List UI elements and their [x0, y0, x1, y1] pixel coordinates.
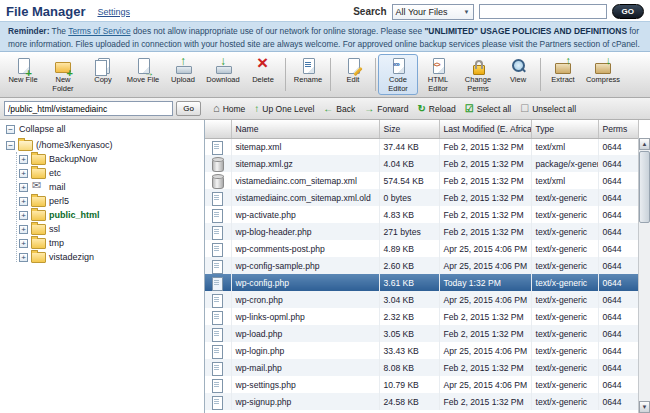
terms-of-service-link[interactable]: Terms of Service — [68, 26, 130, 36]
file-row-wp-load.php[interactable]: wp-load.php3.05 KBFeb 2, 2015 1:32 PMtex… — [205, 325, 638, 342]
tree-item-backupnow[interactable]: +BackupNow — [6, 152, 202, 166]
cell-type: text/x-generic — [531, 274, 598, 291]
tree-item-public-html[interactable]: +public_html — [6, 208, 202, 222]
file-row-vistamediainc.com_sitemap.xml.old[interactable]: vistamediainc.com_sitemap.xml.old0 bytes… — [205, 189, 638, 206]
file-row-wp-cron.php[interactable]: wp-cron.php3.04 KBApr 25, 2015 4:06 PMte… — [205, 291, 638, 308]
toolbar-button-change-perms[interactable]: Change Perms — [458, 54, 498, 95]
search-input[interactable] — [479, 4, 607, 19]
file-row-wp-mail.php[interactable]: wp-mail.php8.08 KBFeb 2, 2015 1:32 PMtex… — [205, 359, 638, 376]
back-icon: ← — [323, 104, 333, 114]
cell-name: wp-login.php — [231, 342, 379, 359]
toolbar-button-code-editor[interactable]: Code Editor — [378, 54, 418, 95]
toolbar-button-download[interactable]: Download — [203, 54, 243, 95]
file-row-sitemap.xml[interactable]: sitemap.xml37.44 KBFeb 2, 2015 1:32 PMte… — [205, 138, 638, 155]
tree-item-root[interactable]: −(/home3/kenyasoc) — [6, 138, 202, 152]
cell-size: 271 bytes — [379, 223, 439, 240]
search-go-button[interactable]: GO — [612, 4, 644, 19]
vertical-scrollbar[interactable]: ▲ ▼ — [638, 138, 650, 413]
path-nav: ⌂Home↑Up One Level←Back→Forward↻Reload☑S… — [205, 103, 650, 114]
tree-item-ssl[interactable]: +ssl — [6, 222, 202, 236]
toolbar-button-rename[interactable]: Rename — [288, 54, 328, 95]
toolbar-button-html-editor[interactable]: HTML Editor — [418, 54, 458, 95]
expander-icon[interactable]: + — [19, 197, 28, 206]
file-icon — [211, 208, 224, 222]
column-header-last[interactable]: Last Modified (E. Africa S... — [439, 120, 531, 138]
collapse-all-button[interactable]: − Collapse all — [6, 124, 202, 134]
tree-item-vistadezign[interactable]: +vistadezign — [6, 250, 202, 264]
expander-icon[interactable]: + — [19, 155, 28, 164]
scrollbar-thumb[interactable] — [639, 151, 650, 223]
nav-up-one-level[interactable]: ↑Up One Level — [254, 104, 314, 114]
column-header-type[interactable]: Type — [531, 120, 598, 138]
search-scope-select[interactable]: All Your Files ▼ — [392, 4, 474, 20]
toolbar-button-delete[interactable]: Delete — [243, 54, 283, 95]
expander-icon[interactable]: + — [19, 225, 28, 234]
nav-select-all[interactable]: ☑Select all — [465, 104, 511, 114]
delete-icon — [253, 57, 273, 75]
html-editor-icon — [428, 57, 448, 75]
cell-type: text/x-generic — [531, 189, 598, 206]
file-row-wp-config.php[interactable]: wp-config.php3.61 KBToday 1:32 PMtext/x-… — [205, 274, 638, 291]
nav-label: Forward — [377, 104, 408, 114]
cell-modified: Feb 2, 2015 1:32 PM — [439, 325, 531, 342]
nav-home[interactable]: ⌂Home — [213, 103, 245, 114]
file-row-wp-links-opml.php[interactable]: wp-links-opml.php2.32 KBFeb 2, 2015 1:32… — [205, 308, 638, 325]
file-row-wp-settings.php[interactable]: wp-settings.php10.79 KBApr 25, 2015 4:06… — [205, 376, 638, 393]
column-header-perms[interactable]: Perms — [598, 120, 638, 138]
expander-icon[interactable]: + — [19, 183, 28, 192]
expander-icon[interactable]: + — [19, 211, 28, 220]
settings-link[interactable]: Settings — [97, 7, 130, 17]
cell-size: 33.43 KB — [379, 342, 439, 359]
toolbar-button-upload[interactable]: Upload — [163, 54, 203, 95]
cell-icon — [205, 189, 231, 206]
file-row-wp-activate.php[interactable]: wp-activate.php4.83 KBFeb 2, 2015 1:32 P… — [205, 206, 638, 223]
toolbar-button-new-file[interactable]: New File — [3, 54, 43, 95]
file-row-wp-comments-post.php[interactable]: wp-comments-post.php4.89 KBApr 25, 2015 … — [205, 240, 638, 257]
file-row-sitemap.xml.gz[interactable]: sitemap.xml.gz4.04 KBFeb 2, 2015 1:32 PM… — [205, 155, 638, 172]
tree-item-perl5[interactable]: +perl5 — [6, 194, 202, 208]
file-row-wp-blog-header.php[interactable]: wp-blog-header.php271 bytesFeb 2, 2015 1… — [205, 223, 638, 240]
toolbar-button-new-folder[interactable]: New Folder — [43, 54, 83, 95]
nav-back[interactable]: ←Back — [323, 104, 355, 114]
toolbar-button-view[interactable]: View — [498, 54, 538, 95]
expander-icon[interactable]: + — [19, 169, 28, 178]
expander-icon[interactable]: − — [6, 141, 15, 150]
toolbar-button-compress[interactable]: Compress — [583, 54, 623, 95]
scroll-down-button[interactable]: ▼ — [639, 401, 650, 413]
path-go-button[interactable]: Go — [176, 101, 201, 116]
cell-type: text/xml — [531, 138, 598, 155]
file-row-wp-login.php[interactable]: wp-login.php33.43 KBApr 25, 2015 4:06 PM… — [205, 342, 638, 359]
column-header-size[interactable]: Size — [379, 120, 439, 138]
tree-item-tmp[interactable]: +tmp — [6, 236, 202, 250]
cell-icon — [205, 308, 231, 325]
file-row-vistamediainc.com_sitemap.xml[interactable]: vistamediainc.com_sitemap.xml574.54 KBFe… — [205, 172, 638, 189]
tree-item-mail[interactable]: +mail — [6, 180, 202, 194]
toolbar: New FileNew FolderCopyMove FileUploadDow… — [0, 52, 650, 98]
nav-reload[interactable]: ↻Reload — [417, 104, 455, 114]
cell-type: text/x-generic — [531, 223, 598, 240]
compress-icon — [593, 57, 613, 75]
notice-text: The — [49, 26, 68, 36]
main-area: − Collapse all −(/home3/kenyasoc)+Backup… — [0, 120, 650, 413]
file-row-wp-config-sample.php[interactable]: wp-config-sample.php2.60 KBApr 25, 2015 … — [205, 257, 638, 274]
cell-icon — [205, 223, 231, 240]
toolbar-button-move-file[interactable]: Move File — [123, 54, 163, 95]
folder-icon — [31, 168, 46, 179]
pathbar: Go ⌂Home↑Up One Level←Back→Forward↻Reloa… — [0, 98, 650, 120]
cell-type: text/xml — [531, 172, 598, 189]
column-header-name[interactable]: Name — [231, 120, 379, 138]
toolbar-button-copy[interactable]: Copy — [83, 54, 123, 95]
nav-forward[interactable]: →Forward — [364, 104, 408, 114]
tree-item-label: tmp — [49, 238, 64, 248]
toolbar-button-extract[interactable]: Extract — [543, 54, 583, 95]
scroll-up-button[interactable]: ▲ — [639, 138, 650, 150]
toolbar-button-edit[interactable]: Edit — [333, 54, 373, 95]
expander-icon[interactable]: + — [19, 239, 28, 248]
toolbar-label: Code Editor — [379, 76, 417, 93]
cell-name: wp-links-opml.php — [231, 308, 379, 325]
path-input[interactable] — [4, 101, 173, 116]
cell-perms: 0644 — [598, 291, 638, 308]
expander-icon[interactable]: + — [19, 253, 28, 262]
nav-unselect-all[interactable]: ☐Unselect all — [520, 104, 576, 114]
file-row-wp-signup.php[interactable]: wp-signup.php24.58 KBFeb 2, 2015 1:32 PM… — [205, 393, 638, 410]
